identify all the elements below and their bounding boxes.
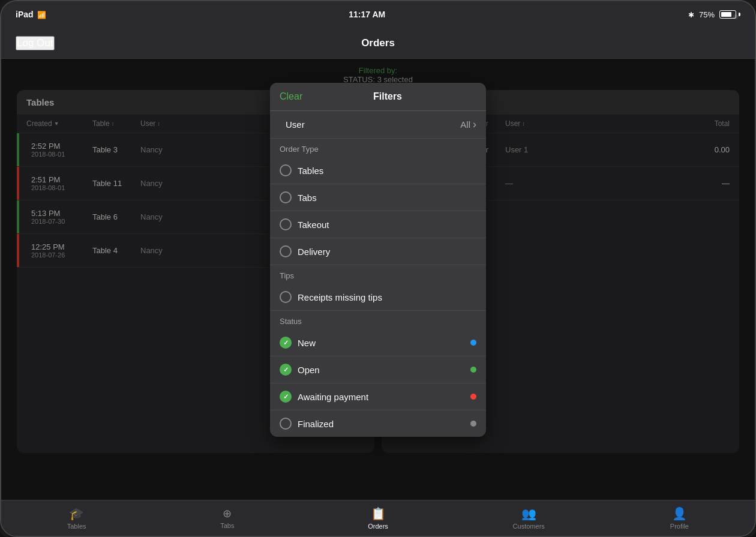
radio-delivery[interactable]: [280, 245, 292, 257]
tab-bar: 🎓 Tables ⊕ Tabs 📋 Orders 👥 Customers 👤 P…: [1, 500, 755, 536]
filter-panel-title: Filters: [338, 91, 437, 102]
bluetooth-icon: [688, 10, 694, 19]
tab-profile[interactable]: 👤 Profile: [604, 503, 755, 533]
radio-takeout[interactable]: [280, 218, 292, 230]
tab-tabs[interactable]: ⊕ Tabs: [152, 503, 302, 533]
chevron-right-icon: [473, 118, 476, 131]
tab-customers-label: Customers: [513, 523, 545, 530]
tab-customers[interactable]: 👥 Customers: [454, 503, 604, 533]
status-time: 11:17 AM: [349, 10, 385, 19]
radio-missing-tips[interactable]: [280, 291, 292, 303]
filter-tabs-row[interactable]: Tabs: [270, 184, 486, 211]
main-content: Filtered by: STATUS: 3 selected Tables C…: [1, 59, 755, 500]
battery-percent: 75%: [699, 10, 715, 19]
filter-open-row[interactable]: Open: [270, 356, 486, 383]
tables-tab-icon: 🎓: [69, 506, 84, 521]
filter-awaiting-label: Awaiting payment: [298, 392, 470, 402]
battery-tip: [739, 13, 740, 16]
tab-orders[interactable]: 📋 Orders: [302, 503, 453, 533]
tab-tabs-label: Tabs: [220, 522, 234, 529]
status-dot-new: [470, 340, 476, 346]
status-dot-open: [470, 367, 476, 373]
profile-tab-icon: 👤: [672, 506, 687, 521]
wifi-icon: [37, 10, 46, 19]
status-bar: iPad 11:17 AM 75%: [1, 1, 755, 28]
status-dot-finalized: [470, 421, 476, 427]
status-dot-awaiting: [470, 394, 476, 400]
status-section-header: Status: [270, 311, 486, 329]
check-new[interactable]: [280, 337, 292, 349]
filter-user-row[interactable]: User All: [270, 111, 486, 139]
battery-outline: [719, 10, 736, 19]
check-awaiting[interactable]: [280, 391, 292, 403]
filter-takeout-row[interactable]: Takeout: [270, 211, 486, 238]
nav-bar: Log Out Orders: [1, 28, 755, 59]
filter-delivery-row[interactable]: Delivery: [270, 238, 486, 265]
radio-tables[interactable]: [280, 164, 292, 176]
ipad-frame: iPad 11:17 AM 75% Log Out Orders Filtere…: [0, 0, 756, 537]
filter-header: Clear Filters: [270, 83, 486, 111]
filter-user-value: All: [460, 118, 476, 131]
tab-orders-label: Orders: [368, 523, 388, 530]
filter-tables-label: Tables: [298, 166, 476, 176]
filter-panel: Clear Filters User All Order Type Tables: [270, 83, 486, 437]
radio-finalized[interactable]: [280, 418, 292, 430]
filter-awaiting-row[interactable]: Awaiting payment: [270, 383, 486, 410]
status-right: 75%: [688, 10, 740, 19]
battery-fill: [721, 12, 731, 17]
customers-tab-icon: 👥: [521, 506, 536, 521]
filter-finalized-label: Finalized: [298, 419, 470, 429]
filter-missing-tips-row[interactable]: Receipts missing tips: [270, 284, 486, 311]
tab-tables-label: Tables: [67, 523, 86, 530]
page-title: Orders: [361, 37, 395, 49]
filter-takeout-label: Takeout: [298, 220, 476, 230]
tips-section-header: Tips: [270, 265, 486, 284]
check-open[interactable]: [280, 364, 292, 376]
filter-clear-button[interactable]: Clear: [270, 83, 338, 110]
logout-button[interactable]: Log Out: [16, 36, 55, 50]
order-type-section-header: Order Type: [270, 139, 486, 157]
filter-missing-tips-label: Receipts missing tips: [298, 292, 476, 302]
filter-finalized-row[interactable]: Finalized: [270, 410, 486, 437]
filter-open-label: Open: [298, 365, 470, 375]
filter-tables-row[interactable]: Tables: [270, 157, 486, 184]
status-left: iPad: [16, 10, 46, 19]
carrier-label: iPad: [16, 10, 34, 19]
filter-user-label: User: [286, 119, 460, 130]
radio-tabs[interactable]: [280, 191, 292, 203]
tab-profile-label: Profile: [670, 523, 689, 530]
filter-tabs-label: Tabs: [298, 193, 476, 203]
filter-new-row[interactable]: New: [270, 329, 486, 356]
filter-new-label: New: [298, 338, 470, 348]
filter-delivery-label: Delivery: [298, 247, 476, 257]
tab-tables[interactable]: 🎓 Tables: [1, 503, 152, 533]
orders-tab-icon: 📋: [371, 506, 386, 521]
tabs-tab-icon: ⊕: [223, 507, 232, 520]
